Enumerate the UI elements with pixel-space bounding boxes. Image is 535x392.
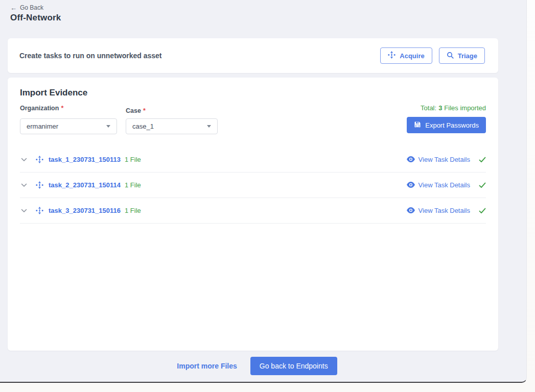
total-files-imported: Total: 3 Files imported bbox=[421, 104, 486, 112]
import-form-row: Organization * ermanimer Case * case_1 bbox=[20, 102, 486, 133]
check-icon bbox=[479, 208, 486, 214]
case-select[interactable]: case_1 bbox=[126, 118, 218, 134]
task-row-actions: View Task Details bbox=[407, 181, 486, 190]
task-name-link[interactable]: task_3_230731_150116 bbox=[49, 207, 121, 214]
task-name-link[interactable]: task_1_230731_150113 bbox=[49, 156, 121, 163]
view-task-details-link[interactable]: View Task Details bbox=[407, 206, 470, 215]
acquire-icon bbox=[36, 156, 43, 163]
acquire-button-label: Acquire bbox=[400, 52, 424, 60]
triage-button[interactable]: Triage bbox=[439, 47, 485, 64]
chevron-down-icon[interactable] bbox=[20, 182, 28, 188]
go-back-label: Go Back bbox=[20, 4, 43, 11]
view-task-details-link[interactable]: View Task Details bbox=[407, 155, 470, 164]
task-list: task_1_230731_150113 1 File View Task De… bbox=[20, 147, 486, 224]
organization-select-value: ermanimer bbox=[27, 122, 58, 130]
acquire-icon bbox=[36, 207, 43, 214]
required-asterisk: * bbox=[61, 105, 63, 112]
page-footer: Import more Files Go back to Endpoints bbox=[0, 357, 514, 375]
task-row: task_2_230731_150114 1 File View Task De… bbox=[20, 173, 486, 198]
search-icon bbox=[447, 52, 454, 60]
export-passwords-label: Export Passwords bbox=[425, 121, 479, 129]
view-task-details-label: View Task Details bbox=[418, 207, 470, 214]
acquire-icon bbox=[388, 51, 396, 60]
total-suffix: Files imported bbox=[444, 104, 486, 112]
total-count: 3 bbox=[438, 104, 442, 112]
page-header: ← Go Back Off-Network bbox=[10, 4, 61, 23]
action-card: Create tasks to run on unnetworked asset bbox=[8, 38, 498, 73]
back-arrow-icon: ← bbox=[10, 5, 17, 11]
eye-icon bbox=[407, 206, 415, 215]
import-more-files-link[interactable]: Import more Files bbox=[177, 362, 237, 370]
go-back-to-endpoints-button[interactable]: Go back to Endpoints bbox=[250, 357, 337, 375]
check-icon bbox=[479, 157, 486, 163]
app-window: ← Go Back Off-Network Create tasks to ru… bbox=[0, 0, 527, 383]
triage-button-label: Triage bbox=[458, 52, 477, 60]
total-prefix: Total: bbox=[421, 104, 436, 112]
import-summary-column: Total: 3 Files imported bbox=[407, 102, 486, 133]
case-label-text: Case bbox=[126, 107, 141, 114]
import-evidence-card: Import Evidence Organization * ermanimer… bbox=[8, 78, 498, 351]
save-icon bbox=[414, 121, 421, 130]
required-asterisk: * bbox=[143, 107, 146, 114]
view-task-details-link[interactable]: View Task Details bbox=[407, 181, 470, 190]
desktop-background: ← Go Back Off-Network Create tasks to ru… bbox=[0, 0, 535, 392]
action-buttons: Acquire Triage bbox=[380, 47, 485, 64]
organization-label-text: Organization bbox=[20, 105, 59, 112]
task-row-actions: View Task Details bbox=[407, 155, 486, 164]
go-back-link[interactable]: ← Go Back bbox=[10, 4, 43, 11]
organization-field: Organization * ermanimer bbox=[20, 102, 117, 133]
task-file-count: 1 File bbox=[125, 156, 141, 163]
chevron-down-icon[interactable] bbox=[20, 208, 28, 214]
eye-icon bbox=[407, 181, 415, 190]
page-title: Off-Network bbox=[10, 13, 61, 23]
view-task-details-label: View Task Details bbox=[418, 156, 470, 163]
organization-label: Organization * bbox=[20, 105, 63, 112]
organization-select[interactable]: ermanimer bbox=[20, 118, 117, 134]
case-select-value: case_1 bbox=[132, 122, 154, 130]
task-row-actions: View Task Details bbox=[407, 206, 486, 215]
export-passwords-button[interactable]: Export Passwords bbox=[407, 117, 486, 133]
task-name-link[interactable]: task_2_230731_150114 bbox=[49, 181, 121, 189]
select-caret-icon bbox=[106, 125, 110, 128]
task-file-count: 1 File bbox=[125, 207, 141, 214]
action-description: Create tasks to run on unnetworked asset bbox=[19, 52, 162, 60]
eye-icon bbox=[407, 155, 415, 164]
case-label: Case * bbox=[126, 107, 146, 114]
acquire-button[interactable]: Acquire bbox=[380, 47, 432, 64]
case-field: Case * case_1 bbox=[126, 102, 218, 133]
task-row: task_1_230731_150113 1 File View Task De… bbox=[20, 147, 486, 173]
import-evidence-title: Import Evidence bbox=[20, 88, 486, 98]
check-icon bbox=[479, 182, 486, 188]
acquire-icon bbox=[36, 181, 43, 189]
select-caret-icon bbox=[207, 125, 211, 128]
chevron-down-icon[interactable] bbox=[20, 157, 28, 163]
task-row: task_3_230731_150116 1 File View Task De… bbox=[20, 198, 486, 224]
view-task-details-label: View Task Details bbox=[418, 181, 470, 189]
task-file-count: 1 File bbox=[125, 181, 141, 189]
